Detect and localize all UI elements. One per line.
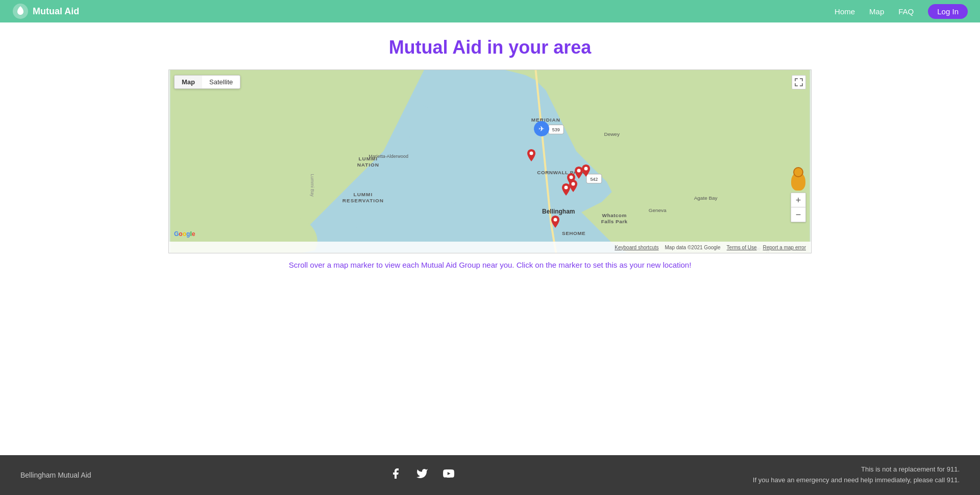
marker-icon — [525, 149, 537, 168]
svg-text:Agate Bay: Agate Bay — [694, 195, 718, 201]
marker-icon — [549, 216, 561, 234]
toggle-satellite-button[interactable]: Satellite — [202, 76, 240, 88]
report-error-link[interactable]: Report a map error — [763, 245, 806, 250]
airport-marker: ✈ — [534, 121, 549, 136]
login-button[interactable]: Log In — [928, 4, 968, 19]
map-container[interactable]: Map Satellite — [168, 69, 812, 253]
logo-text: Mutual Aid — [33, 6, 79, 17]
disclaimer-line2: If you have an emergency and need help i… — [753, 475, 960, 486]
svg-point-37 — [584, 167, 588, 171]
map-controls: + − — [791, 172, 806, 222]
svg-point-34 — [530, 152, 533, 155]
map-marker-4[interactable] — [580, 164, 592, 185]
svg-text:Falls Park: Falls Park — [601, 219, 628, 224]
svg-text:Dewey: Dewey — [604, 131, 619, 137]
fullscreen-icon — [795, 78, 803, 86]
svg-text:LUMMI: LUMMI — [359, 156, 378, 161]
nav-map[interactable]: Map — [869, 7, 884, 16]
logo[interactable]: Mutual Aid — [12, 3, 79, 19]
youtube-icon[interactable] — [443, 467, 455, 483]
map-toggle: Map Satellite — [174, 75, 240, 89]
nav-home[interactable]: Home — [835, 7, 855, 16]
map-marker-6[interactable] — [560, 183, 572, 204]
footer: Bellingham Mutual Aid This is not a repl… — [0, 455, 980, 495]
footer-disclaimer: This is not a replacement for 911. If yo… — [753, 464, 960, 486]
svg-point-39 — [565, 186, 568, 190]
map-marker-1[interactable] — [525, 149, 537, 170]
map-marker-7[interactable] — [549, 216, 561, 236]
map-background: 539 542 5 MERIDIAN Marietta-Alderwood LU… — [169, 70, 811, 253]
svg-text:NATION: NATION — [357, 162, 379, 168]
zoom-controls: + − — [791, 193, 806, 222]
svg-text:Bellingham: Bellingham — [542, 208, 575, 215]
terms-of-use-link[interactable]: Terms of Use — [727, 245, 757, 250]
keyboard-shortcuts-link[interactable]: Keyboard shortcuts — [615, 245, 658, 250]
google-logo: Google — [174, 230, 195, 238]
main-content: Mutual Aid in your area Map Satellite — [0, 22, 980, 455]
zoom-out-button[interactable]: − — [791, 207, 805, 222]
svg-text:Geneva: Geneva — [649, 207, 667, 213]
footer-brand: Bellingham Mutual Aid — [20, 471, 91, 479]
map-footer: Keyboard shortcuts Map data ©2021 Google… — [169, 242, 811, 253]
pegman-icon[interactable] — [791, 172, 805, 191]
nav-faq[interactable]: FAQ — [898, 7, 914, 16]
disclaimer-line1: This is not a replacement for 911. — [753, 464, 960, 475]
svg-text:SEHOME: SEHOME — [562, 230, 585, 236]
toggle-map-button[interactable]: Map — [175, 76, 202, 88]
svg-point-40 — [554, 218, 557, 222]
page-title: Mutual Aid in your area — [389, 37, 592, 58]
logo-icon — [12, 3, 29, 19]
main-nav: Home Map FAQ Log In — [835, 4, 968, 19]
twitter-icon[interactable] — [416, 467, 428, 483]
svg-text:Whatcom: Whatcom — [602, 213, 627, 218]
svg-text:539: 539 — [552, 127, 560, 132]
svg-text:LUMMI: LUMMI — [354, 192, 373, 197]
map-data-label: Map data ©2021 Google — [665, 245, 720, 250]
zoom-in-button[interactable]: + — [791, 193, 805, 207]
svg-text:RESERVATION: RESERVATION — [342, 198, 384, 203]
svg-text:Lummi Bay: Lummi Bay — [310, 174, 315, 197]
fullscreen-button[interactable] — [792, 75, 806, 89]
airport-pin: ✈ — [534, 121, 549, 136]
marker-icon — [580, 164, 592, 183]
footer-social — [389, 467, 455, 483]
main-header: Mutual Aid Home Map FAQ Log In — [0, 0, 980, 22]
facebook-icon[interactable] — [389, 467, 402, 483]
scroll-hint: Scroll over a map marker to view each Mu… — [289, 261, 692, 269]
marker-icon — [560, 183, 572, 202]
